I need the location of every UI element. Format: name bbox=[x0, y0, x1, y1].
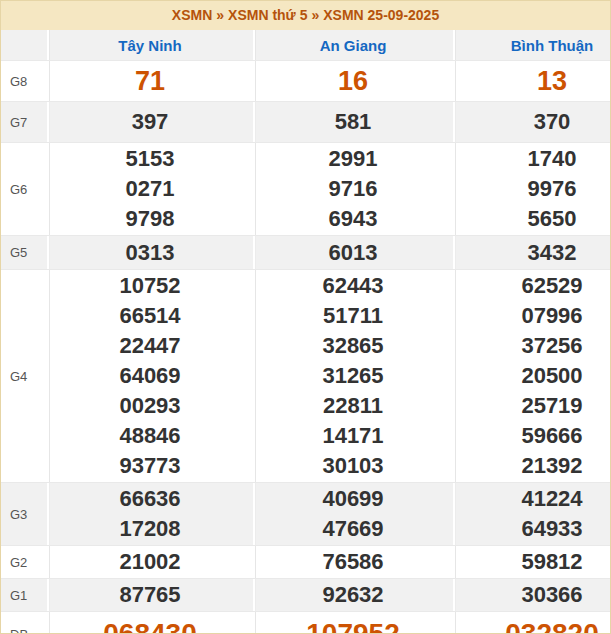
prize-label: G4 bbox=[1, 270, 47, 483]
prize-number: 3432 bbox=[454, 238, 611, 268]
prize-number: 370 bbox=[454, 107, 611, 137]
prize-numbers-cell: 174099765650 bbox=[453, 143, 611, 236]
province-header-tay-ninh[interactable]: Tây Ninh bbox=[47, 30, 253, 61]
table-row: G7397581370 bbox=[1, 102, 611, 143]
breadcrumb-link-xsmn[interactable]: XSMN bbox=[172, 7, 212, 23]
prize-numbers-cell: 76586 bbox=[253, 546, 453, 579]
table-row: G410752665142244764069002934884693773624… bbox=[1, 270, 611, 483]
prize-numbers-cell: 92632 bbox=[253, 579, 453, 612]
prize-numbers-cell: 62443517113286531265228111417130103 bbox=[253, 270, 453, 483]
table-row: G1877659263230366 bbox=[1, 579, 611, 612]
prize-number: 14171 bbox=[254, 421, 452, 451]
breadcrumb-link-date[interactable]: XSMN 25-09-2025 bbox=[323, 7, 439, 23]
table-row: G6515302719798299197166943174099765650 bbox=[1, 143, 611, 236]
prize-number: 92632 bbox=[254, 580, 452, 610]
prize-number: 64933 bbox=[454, 514, 611, 544]
prize-number: 64069 bbox=[48, 361, 252, 391]
prize-numbers-cell: 0313 bbox=[47, 236, 253, 270]
prize-number: 62529 bbox=[454, 271, 611, 301]
prize-numbers-cell: 6663617208 bbox=[47, 483, 253, 546]
breadcrumb-link-weekday[interactable]: XSMN thứ 5 bbox=[228, 7, 307, 23]
table-row: G8711613 bbox=[1, 61, 611, 102]
prize-label: G2 bbox=[1, 546, 47, 579]
prize-numbers-cell: 107952 bbox=[253, 612, 453, 634]
prize-numbers-cell: 515302719798 bbox=[47, 143, 253, 236]
prize-numbers-cell: 71 bbox=[47, 61, 253, 102]
prize-number: 068430 bbox=[48, 619, 252, 634]
prize-label: ĐB bbox=[1, 612, 47, 634]
prize-number: 9798 bbox=[48, 204, 252, 234]
prize-number: 47669 bbox=[254, 514, 452, 544]
prize-number: 51711 bbox=[254, 301, 452, 331]
prize-number: 71 bbox=[48, 66, 252, 96]
prize-number: 62443 bbox=[254, 271, 452, 301]
prize-numbers-cell: 370 bbox=[453, 102, 611, 143]
prize-numbers-cell: 032820 bbox=[453, 612, 611, 634]
breadcrumb-separator: » bbox=[212, 7, 228, 23]
province-header-row: Tây Ninh An Giang Bình Thuận bbox=[1, 30, 611, 61]
table-row: G5031360133432 bbox=[1, 236, 611, 270]
prize-number: 10752 bbox=[48, 271, 252, 301]
prize-number: 20500 bbox=[454, 361, 611, 391]
prize-number: 17208 bbox=[48, 514, 252, 544]
prize-numbers-cell: 068430 bbox=[47, 612, 253, 634]
prize-number: 22811 bbox=[254, 391, 452, 421]
results-table-viewport: Tây Ninh An Giang Bình Thuận G8711613G73… bbox=[1, 30, 611, 634]
prize-number: 16 bbox=[254, 66, 452, 96]
prize-label: G6 bbox=[1, 143, 47, 236]
prize-number: 40699 bbox=[254, 484, 452, 514]
prize-numbers-cell: 299197166943 bbox=[253, 143, 453, 236]
prize-number: 581 bbox=[254, 107, 452, 137]
prize-number: 37256 bbox=[454, 331, 611, 361]
results-body: G8711613G7397581370G65153027197982991971… bbox=[1, 61, 611, 634]
prize-number: 0313 bbox=[48, 238, 252, 268]
prize-number: 48846 bbox=[48, 421, 252, 451]
prize-number: 66636 bbox=[48, 484, 252, 514]
lottery-results-page: { "breadcrumb": { "separator": "»", "ite… bbox=[0, 0, 611, 634]
prize-number: 9976 bbox=[454, 174, 611, 204]
prize-numbers-cell: 6013 bbox=[253, 236, 453, 270]
prize-numbers-cell: 62529079963725620500257195966621392 bbox=[453, 270, 611, 483]
prize-number: 032820 bbox=[454, 619, 611, 634]
prize-number: 5650 bbox=[454, 204, 611, 234]
province-header-an-giang[interactable]: An Giang bbox=[253, 30, 453, 61]
prize-numbers-cell: 21002 bbox=[47, 546, 253, 579]
prize-number: 07996 bbox=[454, 301, 611, 331]
prize-number: 59812 bbox=[454, 547, 611, 577]
prize-number: 2991 bbox=[254, 144, 452, 174]
prize-numbers-cell: 4069947669 bbox=[253, 483, 453, 546]
prize-number: 87765 bbox=[48, 580, 252, 610]
prize-number: 41224 bbox=[454, 484, 611, 514]
prize-number: 76586 bbox=[254, 547, 452, 577]
lottery-results-table: Tây Ninh An Giang Bình Thuận G8711613G73… bbox=[1, 30, 611, 634]
prize-numbers-cell: 4122464933 bbox=[453, 483, 611, 546]
prize-label: G3 bbox=[1, 483, 47, 546]
prize-number: 32865 bbox=[254, 331, 452, 361]
prize-number: 59666 bbox=[454, 421, 611, 451]
prize-number: 00293 bbox=[48, 391, 252, 421]
prize-numbers-cell: 10752665142244764069002934884693773 bbox=[47, 270, 253, 483]
prize-number: 6943 bbox=[254, 204, 452, 234]
table-row: G3666361720840699476694122464933 bbox=[1, 483, 611, 546]
prize-numbers-cell: 59812 bbox=[453, 546, 611, 579]
prize-numbers-cell: 3432 bbox=[453, 236, 611, 270]
prize-number: 0271 bbox=[48, 174, 252, 204]
prize-numbers-cell: 13 bbox=[453, 61, 611, 102]
prize-number: 13 bbox=[454, 66, 611, 96]
prize-number: 25719 bbox=[454, 391, 611, 421]
prize-numbers-cell: 16 bbox=[253, 61, 453, 102]
prize-label: G8 bbox=[1, 61, 47, 102]
corner-cell bbox=[1, 30, 47, 61]
table-row: G2210027658659812 bbox=[1, 546, 611, 579]
prize-number: 31265 bbox=[254, 361, 452, 391]
prize-number: 30103 bbox=[254, 451, 452, 481]
prize-number: 21392 bbox=[454, 451, 611, 481]
prize-number: 9716 bbox=[254, 174, 452, 204]
province-header-binh-thuan[interactable]: Bình Thuận bbox=[453, 30, 611, 61]
prize-number: 1740 bbox=[454, 144, 611, 174]
prize-number: 30366 bbox=[454, 580, 611, 610]
prize-numbers-cell: 397 bbox=[47, 102, 253, 143]
prize-number: 5153 bbox=[48, 144, 252, 174]
prize-label: G7 bbox=[1, 102, 47, 143]
prize-number: 6013 bbox=[254, 238, 452, 268]
